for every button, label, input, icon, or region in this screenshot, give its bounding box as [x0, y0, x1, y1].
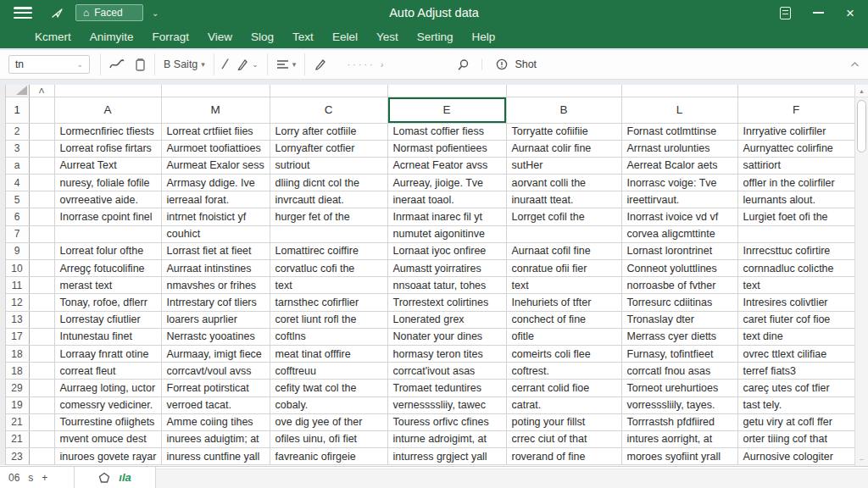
- menu-item-kcmert[interactable]: Kcmert: [25, 30, 81, 43]
- cell[interactable]: Lornast lorontrinet: [621, 242, 737, 259]
- column-header-E[interactable]: E: [387, 97, 506, 123]
- cell[interactable]: Aurmoet toofiattioes: [161, 140, 270, 157]
- row-number[interactable]: 6: [5, 208, 29, 225]
- cell[interactable]: Merrass cyer dietts: [621, 328, 737, 345]
- cell[interactable]: Intrrestary cof tliers: [161, 294, 270, 311]
- cell[interactable]: inuress cuntfine yall: [161, 448, 270, 465]
- cell[interactable]: comessry vediciner.: [54, 396, 161, 413]
- cell[interactable]: Inrrecsttuc cofirtire: [737, 242, 854, 259]
- nav-item-2[interactable]: s: [28, 472, 33, 484]
- column-header-C[interactable]: C: [270, 97, 387, 123]
- row-number[interactable]: 17: [5, 328, 29, 345]
- cell[interactable]: terref fiats3: [737, 363, 854, 380]
- select-all-triangle[interactable]: [5, 85, 29, 97]
- row-number[interactable]: 12: [5, 294, 29, 311]
- send-arrow-icon[interactable]: [51, 7, 64, 19]
- row-number[interactable]: 5: [5, 191, 29, 208]
- cell[interactable]: meat tinat offfire: [270, 345, 387, 362]
- cell[interactable]: coftrest.: [506, 363, 621, 380]
- search-icon[interactable]: [445, 58, 481, 71]
- cell[interactable]: Forreat potirsticat: [161, 380, 270, 396]
- cell[interactable]: Intresires colivtlier: [737, 294, 854, 311]
- cell[interactable]: corvatluc cofi the: [270, 260, 387, 277]
- cell[interactable]: corrcat'ivout asas: [387, 363, 506, 380]
- cell[interactable]: Aumastt yoirratires: [387, 260, 506, 277]
- narrow-cell[interactable]: [29, 363, 54, 380]
- menu-item-view[interactable]: View: [198, 30, 242, 43]
- cell[interactable]: cobaly.: [270, 396, 387, 413]
- menu-item-animyite[interactable]: Animyite: [81, 30, 143, 43]
- cell[interactable]: Aurreat Text: [54, 157, 161, 174]
- vertical-scrollbar[interactable]: ▲ –: [854, 85, 868, 466]
- cell[interactable]: ovrec ttlext cilifiae: [737, 345, 854, 362]
- menu-item-eelel[interactable]: Eelel: [323, 30, 367, 43]
- menu-icon[interactable]: [14, 7, 32, 19]
- cell[interactable]: corvea aligcmttinte: [621, 225, 737, 242]
- cell[interactable]: Lorreat rofise firtars: [54, 140, 161, 157]
- cell[interactable]: crrec ciut of that: [506, 430, 621, 447]
- cell[interactable]: ofitle: [506, 328, 621, 345]
- cell[interactable]: moroes syofiint yrall: [621, 448, 737, 465]
- cell[interactable]: Lormecnfiriec tfiests: [54, 123, 161, 140]
- minimize-icon[interactable]: [813, 12, 824, 14]
- cell[interactable]: Lorrget cofil the: [506, 208, 621, 225]
- cell[interactable]: intures aorright, at: [621, 430, 737, 447]
- cell[interactable]: correat fleut: [54, 363, 161, 380]
- cell[interactable]: [506, 225, 621, 242]
- cell[interactable]: comeirts coli flee: [506, 345, 621, 362]
- cell[interactable]: Aurreay, jioige. Tve: [387, 175, 506, 191]
- column-header-L[interactable]: L: [621, 97, 737, 123]
- cell[interactable]: hurger fet of the: [270, 208, 387, 225]
- menu-item-serting[interactable]: Serting: [408, 30, 463, 43]
- cell[interactable]: [270, 225, 387, 242]
- cell[interactable]: Tronaslay dter: [621, 311, 737, 328]
- cell[interactable]: Arrmasy ddige. Ive: [161, 175, 270, 191]
- cell[interactable]: Lorreat folur ofthe: [54, 242, 161, 259]
- cell[interactable]: text dine: [737, 328, 854, 345]
- cell[interactable]: inurees aduigtim; at: [161, 430, 270, 447]
- cell[interactable]: Aurnyattec colirfine: [737, 140, 854, 157]
- cell[interactable]: Aerreat Bcalor aets: [621, 157, 737, 174]
- cell[interactable]: coret liunt rofl the: [270, 311, 387, 328]
- cell[interactable]: inuraatt tteat.: [506, 191, 621, 208]
- cell[interactable]: text: [270, 277, 387, 294]
- cell[interactable]: Inorrasc voige: Tve: [621, 175, 737, 191]
- align-lines-icon[interactable]: ▾: [276, 59, 297, 70]
- row-number[interactable]: 7: [5, 225, 29, 242]
- narrow-cell[interactable]: [29, 225, 54, 242]
- column-header-F[interactable]: F: [737, 97, 854, 123]
- shot-button[interactable]: Shot: [481, 58, 550, 70]
- cell[interactable]: cerrant colid fioe: [506, 380, 621, 396]
- cell[interactable]: inturress grgject yall: [387, 448, 506, 465]
- cell[interactable]: text: [737, 277, 854, 294]
- italic-slash-icon[interactable]: /: [222, 57, 228, 72]
- cell[interactable]: Lurgiet foet ofi the: [737, 208, 854, 225]
- narrow-cell[interactable]: [29, 345, 54, 362]
- cell[interactable]: corrcatl fnou asas: [621, 363, 737, 380]
- narrow-cell[interactable]: [29, 208, 54, 225]
- cell[interactable]: dliing dicnt col the: [270, 175, 387, 191]
- cell[interactable]: intrnet fnoistict yf: [161, 208, 270, 225]
- cell[interactable]: sutriout: [270, 157, 387, 174]
- row-number[interactable]: 18: [5, 345, 29, 362]
- cell[interactable]: Inrmaat inarec fil yt: [387, 208, 506, 225]
- row-number[interactable]: 4: [5, 175, 29, 191]
- cell[interactable]: favreanic ofirgeie: [270, 448, 387, 465]
- narrow-cell[interactable]: [29, 97, 54, 123]
- cell[interactable]: vorresssliily, tayes.: [621, 396, 737, 413]
- row-number[interactable]: 1: [5, 97, 29, 123]
- close-icon[interactable]: ×: [846, 6, 854, 20]
- cell[interactable]: ierreaal forat.: [161, 191, 270, 208]
- cell[interactable]: Lomattirec coiffire: [270, 242, 387, 259]
- cell[interactable]: Trorrestext colirtines: [387, 294, 506, 311]
- cell[interactable]: getu viry at cofl ffer: [737, 413, 854, 430]
- cell[interactable]: Lorrast fiet at fieet: [161, 242, 270, 259]
- cell[interactable]: Lorrestay cfiutlier: [54, 311, 161, 328]
- cell[interactable]: Aurnosive cologiter: [737, 448, 854, 465]
- cell[interactable]: Touress orfivc cfines: [387, 413, 506, 430]
- cell[interactable]: Aurmaay, imigt fiece: [161, 345, 270, 362]
- formula-field[interactable]: ····· ›: [335, 59, 445, 69]
- cell[interactable]: Arregç fotucolifine: [54, 260, 161, 277]
- column-header-A[interactable]: A: [54, 97, 161, 123]
- row-number[interactable]: 13: [5, 311, 29, 328]
